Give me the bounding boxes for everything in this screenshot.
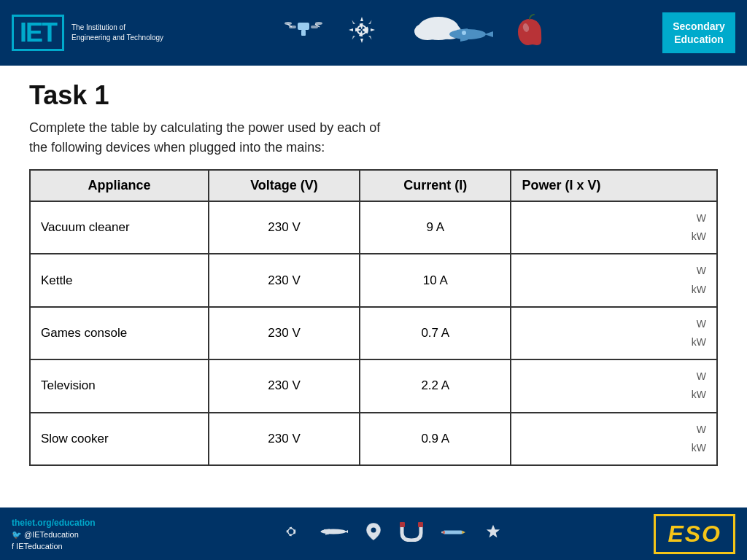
svg-rect-0 — [298, 23, 309, 30]
svg-marker-29 — [462, 531, 465, 534]
svg-rect-31 — [441, 532, 443, 533]
footer-pencil-icon — [441, 524, 468, 543]
cell-voltage: 230 V — [209, 359, 360, 412]
table-row: Slow cooker 230 V 0.9 A WkW — [30, 413, 717, 465]
logo-area: IET The Institution of Engineering and T… — [12, 15, 163, 51]
footer-twitter: 🐦 @IETeducation — [12, 530, 128, 540]
svg-point-11 — [414, 23, 441, 40]
cell-appliance: Vacuum cleaner — [30, 201, 209, 254]
cell-voltage: 230 V — [209, 413, 360, 465]
svg-point-5 — [285, 22, 292, 25]
col-header-current: Current (I) — [360, 170, 511, 201]
task-title: Task 1 — [29, 80, 718, 111]
svg-rect-26 — [400, 522, 405, 527]
cell-voltage: 230 V — [209, 201, 360, 254]
table-row: Kettle 230 V 10 A WkW — [30, 254, 717, 306]
svg-point-17 — [462, 31, 466, 35]
svg-rect-27 — [418, 522, 423, 527]
secondary-education-badge: Secondary Education — [662, 12, 735, 53]
footer-facebook: f IETeducation — [12, 542, 128, 551]
col-header-appliance: Appliance — [30, 170, 209, 201]
svg-rect-2 — [311, 26, 318, 28]
footer-left: theiet.org/education 🐦 @IETeducation f I… — [12, 518, 128, 551]
eso-badge: ESO — [654, 514, 735, 554]
cell-current: 0.9 A — [360, 413, 511, 465]
cell-appliance: Games console — [30, 307, 209, 359]
svg-marker-32 — [487, 525, 500, 537]
cell-appliance: Slow cooker — [30, 413, 209, 465]
cell-voltage: 230 V — [209, 307, 360, 359]
footer-url: theiet.org/education — [12, 518, 128, 528]
footer-gear-icon — [281, 521, 301, 546]
main-content: Task 1 Complete the table by calculating… — [0, 66, 747, 473]
iet-tagline-line1: The Institution of — [71, 23, 163, 33]
cell-power: WkW — [511, 413, 717, 465]
svg-point-6 — [315, 22, 322, 25]
task-description: Complete the table by calculating the po… — [29, 118, 718, 158]
iet-letters: IET — [20, 20, 56, 46]
svg-point-25 — [371, 528, 376, 533]
footer-location-icon — [365, 521, 382, 546]
footer-star-icon — [485, 524, 501, 544]
cell-current: 2.2 A — [360, 359, 511, 412]
footer-magnet-icon — [399, 521, 424, 546]
iet-tagline-line2: Engineering and Technology — [71, 33, 163, 43]
header-icons — [163, 12, 662, 53]
cell-power: WkW — [511, 359, 717, 412]
cell-current: 0.7 A — [360, 307, 511, 359]
iet-tagline: The Institution of Engineering and Techn… — [71, 23, 163, 43]
svg-marker-14 — [484, 31, 493, 37]
table-row: Games console 230 V 0.7 A WkW — [30, 307, 717, 359]
task-desc-line1: Complete the table by calculating the po… — [29, 120, 380, 135]
table-header-row: Appliance Voltage (V) Current (I) Power … — [30, 170, 717, 201]
eso-label: ESO — [667, 521, 721, 547]
cell-current: 9 A — [360, 201, 511, 254]
gear-icon — [347, 15, 376, 50]
task-desc-line2: the following devices when plugged into … — [29, 140, 325, 155]
svg-rect-28 — [444, 531, 462, 534]
cell-power: WkW — [511, 254, 717, 306]
cell-appliance: Television — [30, 359, 209, 412]
cell-current: 10 A — [360, 254, 511, 306]
appliance-table: Appliance Voltage (V) Current (I) Power … — [29, 169, 718, 466]
iet-logo: IET — [12, 15, 64, 51]
page-footer: theiet.org/education 🐦 @IETeducation f I… — [0, 508, 747, 560]
svg-rect-7 — [301, 30, 306, 36]
secondary-badge-line2: Education — [673, 33, 725, 46]
cell-appliance: Kettle — [30, 254, 209, 306]
col-header-voltage: Voltage (V) — [209, 170, 360, 201]
footer-plane-icon — [319, 524, 348, 544]
cell-voltage: 230 V — [209, 254, 360, 306]
table-row: Television 230 V 2.2 A WkW — [30, 359, 717, 412]
footer-icons — [128, 521, 654, 546]
svg-point-20 — [288, 529, 294, 534]
table-row: Vacuum cleaner 230 V 9 A WkW — [30, 201, 717, 254]
page-header: IET The Institution of Engineering and T… — [0, 0, 747, 66]
cell-power: WkW — [511, 201, 717, 254]
secondary-badge-line1: Secondary — [673, 20, 725, 33]
apple-icon — [515, 13, 544, 52]
col-header-power: Power (I x V) — [511, 170, 717, 201]
cell-power: WkW — [511, 307, 717, 359]
drone-icon — [282, 12, 325, 53]
cloud-plane-icon — [398, 12, 493, 53]
svg-marker-22 — [345, 530, 348, 534]
